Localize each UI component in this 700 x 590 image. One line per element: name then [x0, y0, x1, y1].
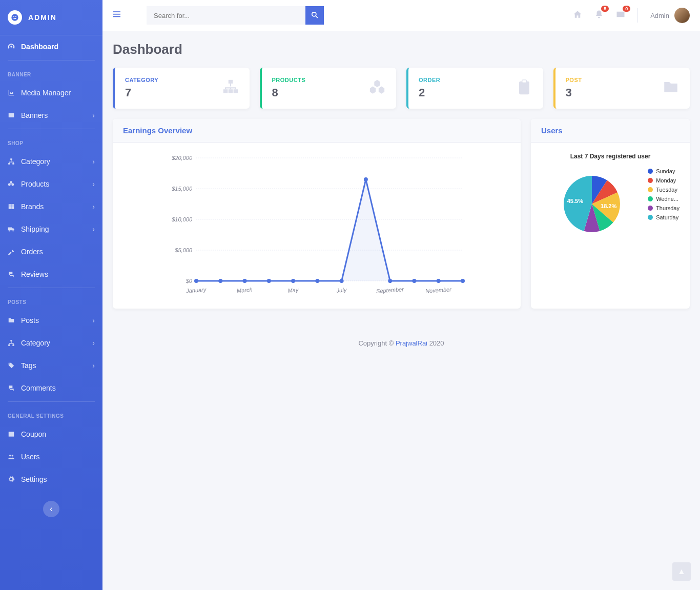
folder-icon	[8, 317, 16, 324]
cubes-icon	[8, 180, 16, 188]
svg-rect-21	[228, 80, 233, 84]
stat-card-products[interactable]: PRODUCTS 8	[260, 68, 397, 109]
svg-point-38	[218, 279, 222, 283]
user-name: Admin	[650, 12, 669, 19]
footer-suffix: 2020	[427, 339, 444, 347]
sidebar-item-shipping[interactable]: Shipping ›	[0, 218, 102, 240]
svg-point-46	[412, 279, 416, 283]
sidebar-item-products[interactable]: Products ›	[0, 173, 102, 195]
hammer-icon	[8, 248, 16, 255]
svg-point-0	[11, 14, 18, 21]
svg-rect-18	[113, 16, 120, 17]
charts-row: Earnings Overview $0$5,000$10,000$15,000…	[113, 119, 690, 309]
legend-item-sunday[interactable]: Sunday	[648, 168, 680, 174]
search-button[interactable]	[305, 6, 324, 25]
footer: Copyright © PrajwalRai 2020	[102, 319, 700, 357]
sidebar-item-label: Dashboard	[21, 43, 58, 51]
svg-point-47	[437, 279, 441, 283]
home-button[interactable]	[573, 10, 582, 21]
legend-item-saturday[interactable]: Saturday	[648, 214, 680, 220]
legend-item-wednesday[interactable]: Wedne...	[648, 196, 680, 202]
comments-icon	[8, 271, 16, 278]
svg-point-19	[312, 12, 316, 16]
stat-card-category[interactable]: CATEGORY 7	[113, 68, 250, 109]
sidebar-item-label: Category	[21, 157, 50, 166]
sidebar-item-label: Banners	[21, 111, 48, 119]
notification-badge: 5	[601, 6, 609, 12]
search-icon	[311, 11, 318, 20]
envelope-icon	[616, 12, 625, 21]
main-content: Dashboard CATEGORY 7 PRODUCTS 8 ORDER 2	[102, 31, 700, 319]
stat-value: 2	[419, 86, 440, 99]
notifications-button[interactable]: 5	[594, 10, 604, 21]
avatar	[674, 8, 690, 23]
svg-text:18.2%: 18.2%	[601, 203, 616, 209]
menu-toggle-button[interactable]	[113, 11, 121, 20]
legend-dot-icon	[648, 169, 653, 174]
section-shop: SHOP	[0, 131, 102, 150]
search-input[interactable]	[147, 6, 305, 25]
footer-link[interactable]: PrajwalRai	[396, 339, 427, 347]
legend-item-thursday[interactable]: Thursday	[648, 205, 680, 211]
sidebar-item-posts[interactable]: Posts ›	[0, 309, 102, 332]
svg-line-20	[316, 15, 318, 17]
legend-label: Sunday	[656, 168, 675, 174]
page-title: Dashboard	[113, 42, 690, 57]
svg-text:May: May	[287, 287, 299, 294]
home-icon	[573, 12, 582, 21]
user-menu[interactable]: Admin	[650, 8, 690, 23]
chevron-right-icon: ›	[92, 225, 95, 233]
stat-label: ORDER	[419, 77, 440, 83]
sidebar-item-reviews[interactable]: Reviews	[0, 263, 102, 286]
brand[interactable]: ADMIN	[0, 0, 102, 35]
stat-value: 3	[566, 86, 582, 99]
table-icon	[8, 203, 16, 210]
legend-item-tuesday[interactable]: Tuesday	[648, 187, 680, 193]
sidebar-item-post-category[interactable]: Category ›	[0, 332, 102, 354]
topbar: 5 0 Admin	[102, 0, 700, 31]
sidebar-item-brands[interactable]: Brands ›	[0, 195, 102, 218]
chevron-right-icon: ›	[92, 339, 95, 347]
stat-value: 8	[272, 86, 306, 99]
stat-card-order[interactable]: ORDER 2	[406, 68, 543, 109]
svg-rect-12	[12, 344, 14, 346]
legend-item-monday[interactable]: Monday	[648, 177, 680, 184]
sidebar-item-category[interactable]: Category ›	[0, 150, 102, 173]
svg-rect-26	[522, 80, 526, 83]
sidebar-item-orders[interactable]: Orders	[0, 240, 102, 263]
stat-label: CATEGORY	[125, 77, 158, 83]
messages-button[interactable]: 0	[616, 10, 625, 21]
svg-point-39	[243, 279, 247, 283]
stat-card-post[interactable]: POST 3	[553, 68, 690, 109]
sitemap-icon	[222, 78, 239, 98]
chart-icon	[8, 89, 16, 96]
search-form	[147, 6, 324, 25]
svg-rect-22	[223, 89, 228, 93]
svg-point-37	[194, 279, 198, 283]
svg-rect-5	[8, 163, 10, 165]
chevron-right-icon: ›	[92, 111, 95, 119]
svg-point-42	[315, 279, 319, 283]
users-pie-chart: 18.2%45.5%	[556, 168, 628, 240]
cubes-icon	[368, 78, 386, 98]
stat-label: PRODUCTS	[272, 77, 306, 83]
sidebar-item-media-manager[interactable]: Media Manager	[0, 82, 102, 104]
section-posts: POSTS	[0, 290, 102, 309]
svg-rect-17	[113, 14, 120, 15]
svg-rect-10	[10, 340, 12, 341]
svg-text:September: September	[376, 286, 405, 294]
stat-value: 7	[125, 86, 158, 99]
pie-title: Last 7 Days registered user	[541, 153, 680, 160]
svg-text:$10,000: $10,000	[171, 216, 193, 222]
svg-rect-25	[519, 82, 529, 95]
svg-text:November: November	[425, 286, 452, 294]
svg-rect-23	[228, 89, 233, 93]
divider	[8, 288, 95, 288]
pie-legend: Sunday Monday Tuesday Wedne... Thursday …	[648, 168, 680, 220]
sidebar-item-tags[interactable]: Tags ›	[0, 354, 102, 357]
sidebar-item-dashboard[interactable]: Dashboard	[0, 35, 102, 58]
messages-badge: 0	[623, 6, 630, 12]
svg-rect-4	[10, 158, 12, 160]
section-banner: BANNER	[0, 63, 102, 82]
sidebar-item-banners[interactable]: Banners ›	[0, 104, 102, 127]
